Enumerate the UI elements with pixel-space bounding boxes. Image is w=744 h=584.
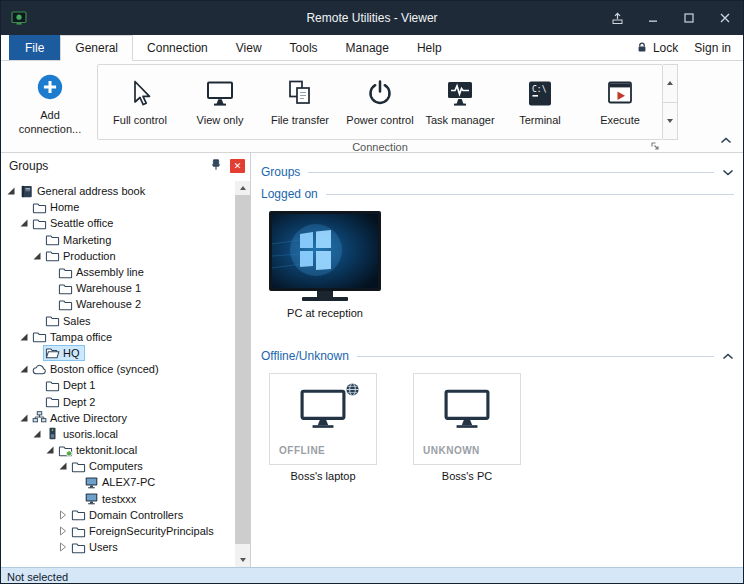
tree-item[interactable]: Production bbox=[1, 248, 235, 264]
minimize-button[interactable] bbox=[635, 1, 671, 35]
add-connection-button[interactable]: Add connection... bbox=[7, 65, 93, 147]
terminal-button[interactable]: C:\ Terminal bbox=[502, 67, 578, 137]
expander-open-icon[interactable] bbox=[18, 413, 30, 423]
connections-panel: Groups Logged on bbox=[251, 153, 743, 567]
tree-item[interactable]: Assembly line bbox=[1, 264, 235, 280]
ribbon-scroll-up-button[interactable] bbox=[663, 65, 677, 102]
active-directory-icon bbox=[32, 410, 47, 425]
expander-open-icon[interactable] bbox=[57, 461, 69, 471]
scroll-down-icon[interactable] bbox=[235, 553, 250, 567]
windows-desktop-preview bbox=[272, 214, 378, 288]
tab-manage[interactable]: Manage bbox=[332, 35, 403, 60]
add-plus-icon bbox=[35, 72, 65, 102]
tree-item[interactable]: Domain Controllers bbox=[1, 507, 235, 523]
tree-item[interactable]: tektonit.local bbox=[1, 442, 235, 458]
expander-closed-icon[interactable] bbox=[57, 510, 69, 520]
power-icon bbox=[364, 79, 396, 109]
groups-panel-header: Groups ✕ bbox=[1, 153, 250, 179]
tree-item[interactable]: General address book bbox=[1, 183, 235, 199]
tab-connection[interactable]: Connection bbox=[133, 35, 222, 60]
lock-label: Lock bbox=[653, 41, 678, 55]
chevron-up-icon[interactable] bbox=[722, 353, 734, 360]
status-text: Not selected bbox=[7, 571, 68, 583]
tree-item[interactable]: Boston office (synced) bbox=[1, 361, 235, 377]
tree-item[interactable]: Warehouse 1 bbox=[1, 280, 235, 296]
pin-icon[interactable] bbox=[209, 158, 223, 175]
expander-open-icon[interactable] bbox=[44, 445, 56, 455]
connection-group-caption: Connection bbox=[97, 140, 663, 153]
tree-item[interactable]: ALEX7-PC bbox=[1, 474, 235, 490]
tree-item[interactable]: Tampa office bbox=[1, 329, 235, 345]
expander-closed-icon[interactable] bbox=[57, 542, 69, 552]
dialog-launcher-icon[interactable] bbox=[650, 141, 660, 151]
offline-pc-box: UNKNOWN bbox=[413, 373, 521, 465]
tree-item[interactable]: Users bbox=[1, 539, 235, 555]
remote-pc-thumbnail[interactable]: PC at reception bbox=[269, 211, 381, 319]
file-transfer-button[interactable]: File transfer bbox=[262, 67, 338, 137]
section-groups: Groups bbox=[251, 161, 743, 183]
minimize-to-tray-button[interactable] bbox=[599, 1, 635, 35]
ribbon-tabs: File General Connection View Tools Manag… bbox=[1, 35, 743, 61]
expander-open-icon[interactable] bbox=[18, 218, 30, 228]
connection-group: Full control View only File transfer Pow… bbox=[97, 64, 663, 140]
cloud-icon bbox=[32, 362, 47, 377]
scroll-up-icon[interactable] bbox=[235, 181, 250, 195]
tree-item[interactable]: Dept 1 bbox=[1, 377, 235, 393]
tab-tools[interactable]: Tools bbox=[276, 35, 332, 60]
tree-item[interactable]: Home bbox=[1, 199, 235, 215]
monitor-icon bbox=[204, 79, 236, 109]
tab-general[interactable]: General bbox=[60, 35, 133, 61]
expander-open-icon[interactable] bbox=[18, 332, 30, 342]
offline-monitor-icon bbox=[300, 389, 346, 429]
tree-item[interactable]: testxxx bbox=[1, 491, 235, 507]
tree-item[interactable]: ForeignSecurityPrincipals bbox=[1, 523, 235, 539]
monitor-base bbox=[302, 297, 348, 301]
ribbon-scroll-down-button[interactable] bbox=[663, 102, 677, 140]
expander-open-icon[interactable] bbox=[31, 429, 43, 439]
maximize-button[interactable] bbox=[671, 1, 707, 35]
tree-item[interactable]: Computers bbox=[1, 458, 235, 474]
tab-help[interactable]: Help bbox=[403, 35, 456, 60]
offline-pc-item[interactable]: OFFLINE Boss's laptop bbox=[269, 373, 377, 482]
sign-in-button[interactable]: Sign in bbox=[694, 41, 731, 55]
view-only-button[interactable]: View only bbox=[182, 67, 258, 137]
expander-open-icon[interactable] bbox=[5, 186, 17, 196]
groups-panel-title: Groups bbox=[9, 159, 48, 173]
main-content: Groups ✕ General address book Home Seatt… bbox=[1, 153, 743, 567]
expander-closed-icon[interactable] bbox=[57, 526, 69, 536]
tab-file[interactable]: File bbox=[9, 35, 60, 60]
expander-open-icon[interactable] bbox=[31, 251, 43, 261]
app-logo-icon bbox=[11, 10, 27, 26]
folder-icon bbox=[45, 394, 60, 409]
expander-open-icon[interactable] bbox=[18, 364, 30, 374]
full-control-button[interactable]: Full control bbox=[102, 67, 178, 137]
tree-scrollbar[interactable] bbox=[235, 181, 250, 567]
tree-item[interactable]: Marketing bbox=[1, 232, 235, 248]
folder-icon bbox=[71, 524, 86, 539]
close-button[interactable] bbox=[707, 1, 743, 35]
app-window: Remote Utilities - Viewer File General C… bbox=[0, 0, 744, 584]
status-badge: UNKNOWN bbox=[423, 445, 480, 456]
lock-button[interactable]: Lock bbox=[636, 41, 678, 55]
tree-item[interactable]: Dept 2 bbox=[1, 393, 235, 409]
task-manager-button[interactable]: Task manager bbox=[422, 67, 498, 137]
section-title: Logged on bbox=[261, 187, 318, 201]
folder-icon bbox=[71, 507, 86, 522]
tree-item[interactable]: Sales bbox=[1, 313, 235, 329]
chevron-down-icon[interactable] bbox=[722, 169, 734, 176]
tree-item[interactable]: Warehouse 2 bbox=[1, 296, 235, 312]
power-control-button[interactable]: Power control bbox=[342, 67, 418, 137]
tree-item-selected[interactable]: HQ bbox=[1, 345, 235, 361]
scrollbar-thumb[interactable] bbox=[235, 195, 250, 544]
section-title: Groups bbox=[261, 165, 300, 179]
tree-item[interactable]: usoris.local bbox=[1, 426, 235, 442]
offline-pc-item[interactable]: UNKNOWN Boss's PC bbox=[413, 373, 521, 482]
execute-button[interactable]: Execute bbox=[582, 67, 658, 137]
tab-view[interactable]: View bbox=[222, 35, 276, 60]
tree-item[interactable]: Seattle office bbox=[1, 215, 235, 231]
collapse-ribbon-button[interactable] bbox=[720, 137, 732, 144]
close-panel-button[interactable]: ✕ bbox=[230, 159, 245, 173]
folder-icon bbox=[58, 281, 73, 296]
server-icon bbox=[45, 426, 60, 441]
tree-item[interactable]: Active Directory bbox=[1, 410, 235, 426]
